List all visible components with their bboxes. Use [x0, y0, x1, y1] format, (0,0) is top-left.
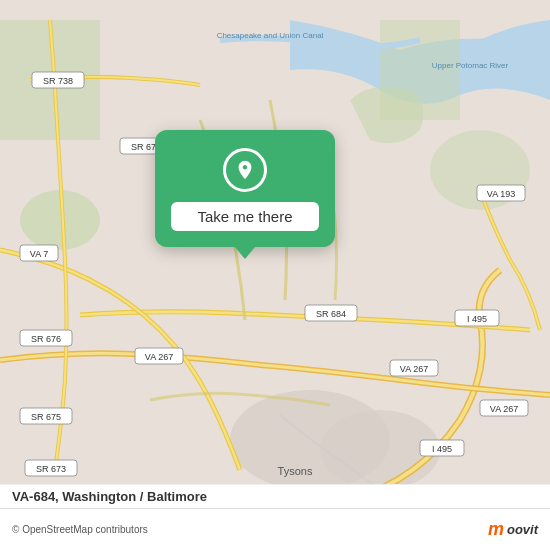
svg-text:VA 267: VA 267	[145, 352, 173, 362]
svg-text:SR 676: SR 676	[31, 334, 61, 344]
svg-text:VA 7: VA 7	[30, 249, 48, 259]
moovit-m-letter: m	[488, 519, 504, 540]
attribution-text: © OpenStreetMap contributors	[12, 524, 148, 535]
take-me-there-popup[interactable]: Take me there	[155, 130, 335, 247]
bottom-bar: © OpenStreetMap contributors m oovit	[0, 508, 550, 550]
svg-text:SR 675: SR 675	[31, 412, 61, 422]
moovit-logo: m oovit	[488, 519, 538, 540]
location-pin-icon	[223, 148, 267, 192]
svg-text:SR 684: SR 684	[316, 309, 346, 319]
moovit-wordmark: oovit	[507, 522, 538, 537]
svg-text:VA 193: VA 193	[487, 189, 515, 199]
title-text: VA-684, Washington / Baltimore	[12, 489, 207, 504]
svg-text:I 495: I 495	[467, 314, 487, 324]
svg-text:SR 673: SR 673	[36, 464, 66, 474]
svg-text:Chesapeake and Union Canal: Chesapeake and Union Canal	[217, 31, 324, 40]
svg-text:VA 267: VA 267	[490, 404, 518, 414]
svg-text:Tysons: Tysons	[278, 465, 313, 477]
map-title: VA-684, Washington / Baltimore	[0, 484, 550, 508]
map-container: SR 738 SR 676 VA 7 SR 676 SR 675 SR 673 …	[0, 0, 550, 550]
svg-text:I 495: I 495	[432, 444, 452, 454]
svg-text:VA 267: VA 267	[400, 364, 428, 374]
svg-text:SR 738: SR 738	[43, 76, 73, 86]
map-svg: SR 738 SR 676 VA 7 SR 676 SR 675 SR 673 …	[0, 0, 550, 550]
svg-text:Upper Potomac River: Upper Potomac River	[432, 61, 509, 70]
take-me-there-label[interactable]: Take me there	[171, 202, 319, 231]
